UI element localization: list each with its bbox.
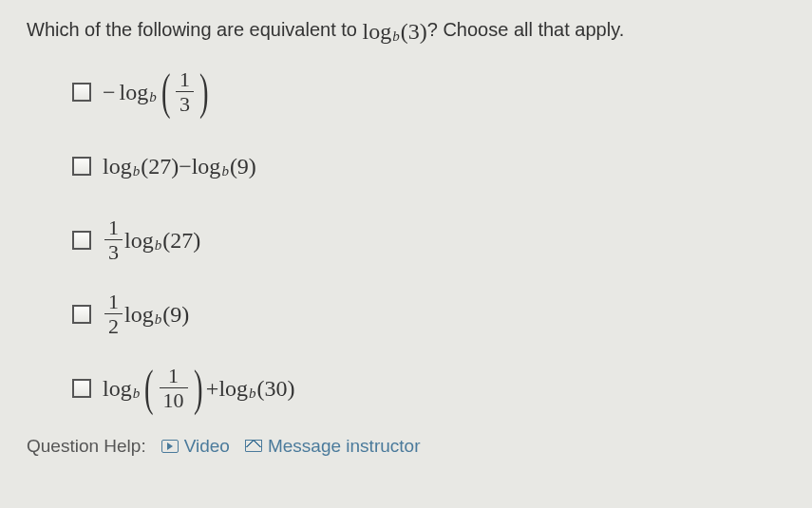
minus-sign: −	[179, 155, 192, 178]
plus-sign: +	[206, 377, 219, 400]
fraction: 1 10	[160, 365, 188, 411]
envelope-icon	[245, 440, 262, 452]
checkbox-d[interactable]	[72, 305, 91, 324]
prompt-post: ? Choose all that apply.	[427, 19, 625, 40]
log-arg: (3)	[401, 20, 427, 43]
video-label: Video	[184, 436, 230, 457]
numerator: 1	[104, 216, 123, 240]
log-subscript: b	[155, 312, 162, 327]
checkbox-e[interactable]	[72, 379, 91, 398]
message-instructor-link[interactable]: Message instructor	[245, 436, 421, 457]
log-subscript: b	[149, 90, 157, 104]
option-c-expr: 1 3 logb(27)	[103, 216, 200, 263]
question-prompt: Which of the following are equivalent to…	[27, 19, 785, 43]
log-text: log	[120, 81, 149, 103]
log-arg: (30)	[257, 377, 295, 400]
right-paren: )	[193, 371, 202, 405]
log-subscript: b	[133, 386, 141, 401]
fraction: 1 3	[176, 68, 194, 115]
log-arg: (27)	[162, 229, 200, 252]
log-text: log	[124, 229, 154, 252]
checkbox-b[interactable]	[72, 157, 91, 176]
denominator: 3	[176, 92, 194, 115]
log-subscript: b	[249, 386, 256, 401]
numerator: 1	[160, 365, 188, 388]
left-paren: (	[144, 371, 154, 405]
log-subscript: b	[133, 164, 141, 179]
log-text: log	[363, 20, 392, 43]
denominator: 2	[104, 314, 123, 337]
log-arg: (9)	[230, 155, 256, 178]
log-text: log	[103, 377, 132, 400]
log-subscript: b	[221, 164, 229, 179]
log-arg: (27)	[141, 155, 179, 178]
numerator: 1	[104, 291, 123, 314]
fraction: 1 2	[104, 291, 123, 337]
minus-sign: −	[103, 81, 116, 103]
denominator: 3	[104, 240, 123, 263]
option-a: − logb ( 1 3 )	[72, 66, 785, 119]
option-d-expr: 1 2 logb(9)	[103, 291, 189, 337]
message-label: Message instructor	[268, 436, 421, 457]
video-icon	[161, 440, 179, 453]
log-arg: (9)	[162, 303, 189, 326]
prompt-pre: Which of the following are equivalent to	[27, 19, 363, 40]
options-list: − logb ( 1 3 ) logb(27) − logb(9) 1 3 lo…	[72, 66, 785, 415]
question-help: Question Help: Video Message instructor	[27, 436, 785, 457]
option-d: 1 2 logb(9)	[72, 288, 785, 341]
log-subscript: b	[155, 238, 162, 253]
option-b-expr: logb(27) − logb(9)	[103, 155, 256, 178]
option-e: logb ( 1 10 ) + logb(30)	[72, 362, 785, 415]
log-text: log	[103, 155, 132, 178]
help-label: Question Help:	[27, 436, 146, 457]
right-paren: )	[199, 75, 209, 109]
numerator: 1	[176, 68, 194, 92]
checkbox-c[interactable]	[72, 231, 91, 250]
option-a-expr: − logb ( 1 3 )	[103, 68, 212, 115]
log-text: log	[124, 303, 154, 326]
video-link[interactable]: Video	[161, 436, 230, 457]
option-e-expr: logb ( 1 10 ) + logb(30)	[103, 365, 295, 411]
option-c: 1 3 logb(27)	[72, 214, 785, 267]
left-paren: (	[161, 75, 171, 109]
denominator: 10	[160, 388, 188, 411]
fraction: 1 3	[104, 216, 123, 263]
log-subscript: b	[392, 29, 400, 44]
checkbox-a[interactable]	[72, 83, 91, 102]
prompt-expression: logb(3)	[363, 20, 427, 43]
option-b: logb(27) − logb(9)	[72, 140, 785, 193]
log-text: log	[192, 155, 221, 178]
log-text: log	[218, 377, 248, 400]
